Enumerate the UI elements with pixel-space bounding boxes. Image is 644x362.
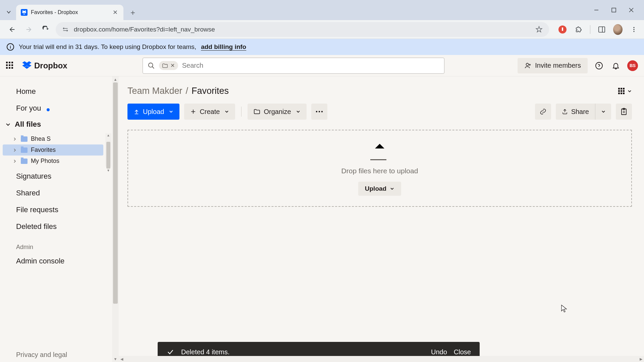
- more-actions-button[interactable]: [311, 104, 327, 120]
- extension-icons: [558, 25, 639, 34]
- sidebar-item-all-files[interactable]: All files: [0, 117, 112, 132]
- sidebar-item-deleted-files[interactable]: Deleted files: [0, 218, 112, 235]
- chevron-right-icon[interactable]: [12, 147, 17, 153]
- site-info-icon[interactable]: [62, 26, 69, 33]
- toast-message: Deleted 4 items.: [181, 348, 424, 356]
- sidebar: Home For you All files Bhea S Favor: [0, 76, 119, 362]
- breadcrumb-parent[interactable]: Team Makder: [127, 86, 182, 96]
- copy-link-button[interactable]: [535, 104, 551, 120]
- folder-tree: Bhea S Favorites My Photos ▲: [3, 133, 103, 167]
- dropzone-upload-button[interactable]: Upload: [358, 182, 401, 196]
- browser-tab[interactable]: Favorites - Dropbox ✕: [16, 5, 123, 20]
- chevron-right-icon[interactable]: [12, 136, 17, 142]
- chevron-down-icon: [224, 109, 229, 114]
- maximize-button[interactable]: [610, 6, 618, 14]
- dropbox-logo-icon: [22, 61, 32, 70]
- plus-icon: [190, 109, 196, 115]
- mouse-cursor-icon: [561, 304, 568, 312]
- scroll-thumb[interactable]: [106, 142, 110, 169]
- minimize-button[interactable]: [592, 6, 600, 14]
- forward-button[interactable]: [22, 23, 36, 36]
- invite-members-button[interactable]: Invite members: [518, 58, 588, 73]
- share-button[interactable]: Share: [556, 104, 595, 120]
- extensions-puzzle-icon[interactable]: [574, 25, 583, 34]
- upload-arrow-icon: [370, 141, 389, 160]
- sidebar-privacy-link[interactable]: Privacy and legal: [16, 351, 67, 359]
- folder-details-button[interactable]: [616, 104, 632, 120]
- close-window-button[interactable]: [627, 6, 635, 14]
- user-avatar[interactable]: BS: [627, 60, 638, 71]
- tree-folder-bhea[interactable]: Bhea S: [3, 133, 103, 144]
- browser-menu-icon[interactable]: [629, 25, 639, 34]
- browser-titlebar: Favorites - Dropbox ✕ +: [0, 0, 644, 20]
- ellipsis-icon: [316, 111, 323, 113]
- svg-point-13: [321, 111, 322, 112]
- search-box[interactable]: ✕: [143, 58, 444, 74]
- add-billing-link[interactable]: add billing info: [201, 43, 246, 51]
- sidebar-item-home[interactable]: Home: [0, 83, 112, 100]
- sidebar-item-admin-console[interactable]: Admin console: [0, 253, 112, 269]
- tree-folder-my-photos[interactable]: My Photos: [3, 156, 103, 167]
- chevron-down-icon: [601, 109, 606, 114]
- upload-button[interactable]: Upload: [127, 104, 179, 120]
- chip-clear-icon[interactable]: ✕: [170, 62, 175, 69]
- search-scope-chip[interactable]: ✕: [159, 61, 178, 70]
- window-controls: [592, 6, 635, 14]
- search-input[interactable]: [182, 62, 439, 69]
- browser-toolbar: dropbox.com/home/Favorites?di=left_nav_b…: [0, 20, 644, 39]
- url-text: dropbox.com/home/Favorites?di=left_nav_b…: [74, 26, 530, 33]
- breadcrumb: Team Makder / Favorites: [127, 86, 229, 96]
- view-switcher[interactable]: [618, 88, 632, 94]
- app-body: Home For you All files Bhea S Favor: [0, 76, 644, 362]
- svg-point-6: [633, 31, 634, 32]
- brand[interactable]: Dropbox: [22, 61, 67, 70]
- tab-close-button[interactable]: ✕: [111, 9, 119, 16]
- back-button[interactable]: [5, 23, 19, 36]
- header-right: Invite members BS: [518, 58, 638, 73]
- help-button[interactable]: [594, 60, 604, 71]
- scroll-thumb[interactable]: [113, 82, 118, 304]
- trial-banner: i Your trial will end in 31 days. To kee…: [0, 39, 644, 55]
- banner-text: Your trial will end in 31 days. To keep …: [19, 43, 196, 51]
- sidebar-item-for-you[interactable]: For you: [0, 100, 112, 117]
- profile-avatar[interactable]: [613, 25, 623, 34]
- sidebar-item-signatures[interactable]: Signatures: [0, 168, 112, 185]
- address-bar[interactable]: dropbox.com/home/Favorites?di=left_nav_b…: [56, 22, 549, 37]
- scroll-up-arrow-icon[interactable]: ▲: [105, 133, 111, 137]
- scroll-left-arrow-icon[interactable]: ◀: [119, 356, 125, 362]
- scroll-up-arrow-icon[interactable]: ▲: [112, 76, 119, 82]
- sidebar-item-shared[interactable]: Shared: [0, 185, 112, 201]
- new-tab-button[interactable]: +: [127, 7, 139, 19]
- clipboard-icon: [621, 108, 627, 115]
- share-dropdown-button[interactable]: [595, 104, 611, 120]
- toast-undo-button[interactable]: Undo: [431, 348, 447, 356]
- dropzone[interactable]: Drop files here to upload Upload: [127, 130, 632, 207]
- tree-folder-favorites[interactable]: Favorites: [3, 144, 103, 156]
- reload-button[interactable]: [39, 23, 52, 36]
- side-panel-icon[interactable]: [597, 25, 606, 34]
- chevron-down-icon: [627, 89, 632, 94]
- tab-strip: Favorites - Dropbox ✕ +: [3, 0, 592, 20]
- sidebar-item-file-requests[interactable]: File requests: [0, 201, 112, 218]
- app-launcher-icon[interactable]: [6, 62, 14, 70]
- tree-scrollbar[interactable]: ▲ ▼: [105, 133, 111, 167]
- share-button-group: Share: [556, 104, 611, 120]
- horizontal-scrollbar[interactable]: ◀ ▶: [119, 356, 644, 362]
- breadcrumb-separator: /: [186, 86, 189, 96]
- sidebar-scrollbar[interactable]: ▲ ▼: [112, 76, 119, 362]
- chevron-right-icon[interactable]: [12, 159, 17, 164]
- svg-rect-2: [599, 26, 605, 32]
- organize-button[interactable]: Organize: [248, 104, 306, 120]
- extension-adblock-icon[interactable]: [558, 25, 567, 34]
- scroll-right-arrow-icon[interactable]: ▶: [638, 356, 644, 362]
- toast-close-button[interactable]: Close: [454, 348, 471, 356]
- tab-search-button[interactable]: [3, 6, 15, 18]
- invite-label: Invite members: [535, 62, 581, 69]
- dropbox-app: i Your trial will end in 31 days. To kee…: [0, 39, 644, 362]
- create-button[interactable]: Create: [184, 104, 235, 120]
- breadcrumb-row: Team Makder / Favorites: [127, 86, 632, 96]
- chevron-down-icon: [390, 186, 394, 191]
- bookmark-star-icon[interactable]: [535, 25, 543, 34]
- notifications-button[interactable]: [610, 60, 621, 71]
- scroll-down-arrow-icon[interactable]: ▼: [112, 356, 119, 362]
